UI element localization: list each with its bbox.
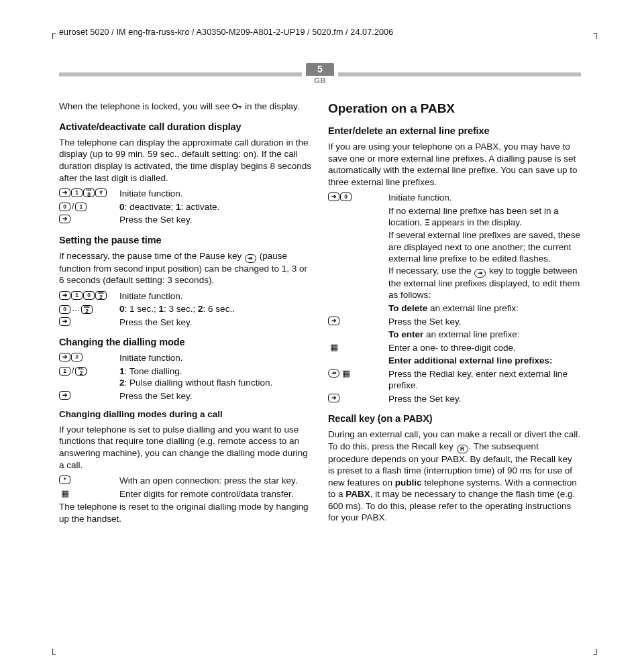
step-desc: 0: 1 sec.; 1: 3 sec.; 2: 6 sec.. — [119, 303, 312, 315]
step-row: ▦ Enter a one- to three-digit code. — [328, 342, 581, 354]
crop-mark: ┌ — [50, 27, 56, 40]
heading-call-duration: Activate/deactivate call duration displa… — [59, 121, 312, 133]
step-row: ➔ 0 Initiate function. — [328, 192, 581, 204]
empty-prefix-icon: Ξ — [425, 218, 429, 229]
set-key-icon: ➔ — [59, 317, 70, 326]
hash-key-icon: # — [95, 188, 107, 197]
step-desc: Initiate function. — [119, 352, 312, 364]
digit-2-key-icon: abc2 — [81, 305, 93, 314]
step-desc: 0: deactivate; 1: activate. — [119, 201, 312, 213]
header-bar-left — [59, 72, 302, 76]
crop-mark: ┐ — [593, 27, 600, 40]
svg-point-0 — [233, 104, 237, 109]
set-key-icon: ➔ — [328, 192, 339, 201]
digit-0-key-icon: 0 — [59, 305, 70, 314]
step-desc: To delete an external line prefix: — [388, 302, 581, 315]
step-desc: Press the Set key. — [388, 393, 581, 405]
step-desc: Initiate function. — [119, 188, 312, 200]
page-number: 5 — [306, 63, 334, 75]
step-row: To enter an external line prefixe: — [328, 329, 581, 341]
set-key-icon: ➔ — [59, 291, 70, 300]
digit-0-key-icon: 0 — [59, 203, 70, 211]
right-column: Operation on a PABX Enter/delete an exte… — [328, 101, 581, 529]
heading-pabx: Operation on a PABX — [328, 101, 581, 117]
set-key-icon: ➔ — [59, 353, 70, 361]
step-desc: Press the Set key. — [119, 317, 312, 329]
para-pause-time: If necessary, the pause time of the Paus… — [59, 250, 312, 286]
crop-mark: └ — [50, 649, 56, 661]
step-row: ➔ Press the Set key. — [328, 316, 581, 328]
digit-2-key-icon: abc2 — [75, 367, 87, 376]
page-badge: 5 GB — [306, 63, 334, 85]
digit-0-key-icon: 0 — [83, 291, 95, 300]
header-bar-right — [338, 72, 581, 76]
heading-external-prefix: Enter/delete an external line prefixe — [328, 125, 581, 137]
digit-0-key-icon: 0 — [340, 192, 352, 201]
step-row: ➔ Press the Set key. — [59, 390, 312, 402]
slash: / — [71, 202, 74, 213]
hash-key-icon: # — [71, 353, 83, 361]
para-change-during-call: If your telephone is set to pulse dialli… — [59, 424, 312, 471]
dialling-reset-note: The telephone is reset to the original d… — [59, 501, 312, 524]
step-row: ➔ Press the Set key. — [59, 317, 312, 329]
step-desc: Press the Set key. — [388, 316, 581, 328]
step-desc: Enter a one- to three-digit code. — [388, 342, 581, 354]
step-row: ▦ Enter digits for remote control/data t… — [59, 488, 312, 500]
set-key-icon: ➔ — [328, 317, 339, 325]
step-row: If no external line prefixe has been set… — [328, 205, 581, 301]
digit-1-key-icon: 1 — [71, 188, 83, 197]
step-row: 1 / abc2 1: Tone dialling. 2: Pulse dial… — [59, 366, 312, 389]
heading-dialling-mode: Changing the dialling mode — [59, 336, 312, 349]
digit-2-key-icon: abc2 — [95, 291, 107, 300]
step-row: * With an open connection: press the sta… — [59, 475, 312, 487]
step-desc: Enter digits for remote control/data tra… — [119, 488, 312, 500]
digit-1-key-icon: 1 — [71, 291, 83, 300]
step-row: ➔ Press the Set key. — [328, 393, 581, 405]
lock-intro: When the telephone is locked, you will s… — [59, 101, 312, 113]
para-external-prefix: If you are using your telephone on a PAB… — [328, 141, 581, 188]
step-row: 0 / 1 0: deactivate; 1: activate. — [59, 201, 312, 213]
redial-key-icon: ↠ — [474, 269, 486, 278]
heading-change-during-call: Changing dialling modes during a call — [59, 408, 312, 421]
left-column: When the telephone is locked, you will s… — [59, 101, 312, 529]
set-key-icon: ➔ — [328, 394, 339, 402]
step-desc: To enter an external line prefixe: — [388, 329, 581, 341]
para-call-duration: The telephone can display the approximat… — [59, 137, 312, 184]
step-desc: Enter additional external line prefixes: — [388, 355, 581, 367]
redial-key-icon: ↠ — [328, 369, 339, 378]
region-code: GB — [306, 76, 334, 86]
recall-key-icon: R — [457, 445, 468, 453]
step-desc: Initiate function. — [119, 290, 312, 302]
keypad-icon: ▦ — [340, 369, 352, 378]
key-lock-icon — [232, 101, 242, 113]
step-row: Enter additional external line prefixes: — [328, 355, 581, 367]
step-row: To delete an external line prefix: — [328, 302, 581, 315]
heading-pause-time: Setting the pause time — [59, 234, 312, 247]
digit-1-key-icon: 1 — [59, 367, 70, 376]
step-row: ➔ # Initiate function. — [59, 352, 312, 364]
heading-recall-key: Recall key (on a PABX) — [328, 412, 581, 425]
ellipsis: … — [71, 304, 81, 315]
step-row: ➔ Press the Set key. — [59, 214, 312, 226]
star-key-icon: * — [59, 475, 70, 484]
step-desc: If no external line prefixe has been set… — [388, 205, 581, 301]
step-row: ↠ ▦ Press the Redial key, enter next ext… — [328, 368, 581, 392]
step-desc: Press the Set key. — [119, 390, 312, 402]
step-row: ➔ 1 tuv8 # Initiate function. — [59, 188, 312, 200]
header-path: euroset 5020 / IM eng-fra-russ-kro / A30… — [59, 27, 581, 38]
page-header-band: 5 GB — [59, 63, 581, 85]
para-recall-key: During an external call, you can make a … — [328, 429, 581, 524]
digit-1-key-icon: 1 — [75, 203, 87, 211]
slash: / — [71, 366, 74, 377]
set-key-icon: ➔ — [59, 215, 70, 223]
keypad-icon: ▦ — [328, 343, 340, 351]
step-desc: With an open connection: press the star … — [119, 475, 312, 487]
set-key-icon: ➔ — [59, 188, 70, 197]
step-row: ➔ 1 0 abc2 Initiate function. — [59, 290, 312, 302]
digit-8-key-icon: tuv8 — [83, 188, 95, 197]
step-desc: Press the Set key. — [119, 214, 312, 226]
keypad-icon: ▦ — [59, 489, 71, 498]
redial-key-icon: ↠ — [245, 254, 256, 263]
step-row: 0 … abc2 0: 1 sec.; 1: 3 sec.; 2: 6 sec.… — [59, 303, 312, 315]
step-desc: Initiate function. — [388, 192, 581, 204]
